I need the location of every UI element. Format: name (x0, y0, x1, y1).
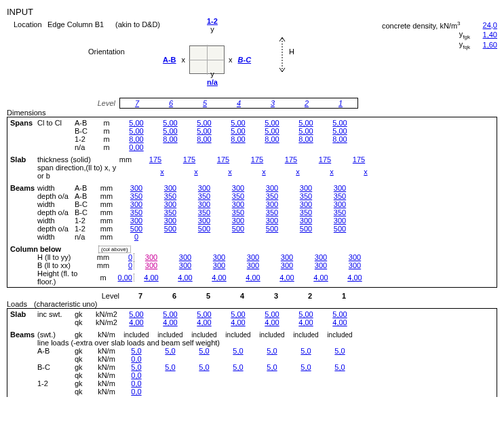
data-cell: 500 (119, 225, 153, 233)
axis-bottom[interactable]: n/a (207, 78, 218, 86)
col-below-title: Column below (10, 245, 75, 253)
data-cell: 0,0 (119, 379, 153, 387)
data-cell: 5,00 (153, 119, 187, 127)
loads-note: (characteristic uno) (34, 300, 98, 308)
data-row: width1-2mm300300300300300300300 (10, 216, 497, 225)
data-cell: 350 (323, 192, 357, 200)
data-row: widthB-Cmm300300300300300300300 (10, 200, 497, 208)
data-cell: included (187, 330, 221, 339)
data-cell: 500 (255, 225, 289, 233)
data-cell: 5,00 (119, 310, 153, 318)
data-cell: 5,00 (119, 127, 153, 135)
data-cell: 500 (323, 225, 357, 233)
data-cell: 5,0 (153, 363, 187, 371)
data-cell: 300 (221, 216, 255, 225)
data-cell: 500 (221, 225, 255, 233)
density-value[interactable]: 24,0 (470, 21, 497, 29)
data-cell: 300 (134, 261, 168, 269)
data-row: SpansCl to ClA-Bm5,005,005,005,005,005,0… (10, 119, 497, 127)
data-cell: x (315, 168, 349, 176)
data-row: qkkN/m0,0 (10, 355, 497, 363)
data-cell: 300 (153, 184, 187, 192)
data-cell: 5,0 (289, 347, 323, 355)
level-header: 1 (324, 99, 357, 107)
level-header: 6 (154, 99, 188, 107)
data-cell: 300 (168, 261, 202, 269)
data-row: qkkN/m24,004,004,004,004,004,004,00 (10, 318, 497, 326)
data-cell: 350 (289, 208, 323, 216)
data-cell: 4,00 (323, 318, 357, 326)
data-cell: 350 (119, 192, 153, 200)
data-cell: 300 (255, 200, 289, 208)
data-cell: 300 (236, 253, 270, 261)
data-cell: 350 (255, 208, 289, 216)
data-cell: 5,00 (187, 310, 221, 318)
data-row: depth o/aA-Bmm350350350350350350350 (10, 192, 497, 200)
axis-left[interactable]: A-B (163, 56, 176, 64)
col-above-note: (col above) (98, 246, 131, 253)
data-cell: 350 (153, 192, 187, 200)
data-cell: 175 (308, 155, 342, 164)
data-cell: 500 (187, 225, 221, 233)
data-cell: 300 (338, 261, 372, 269)
loads-title: Loads (7, 300, 27, 308)
level-header: 5 (191, 292, 225, 300)
data-cell: 5,00 (289, 119, 323, 127)
data-row: depth o/a1-2mm500500500500500500500 (10, 225, 497, 233)
data-cell: 5,0 (255, 363, 289, 371)
yfgk1-value[interactable]: 1,40 (470, 31, 497, 39)
data-cell: 5,00 (153, 127, 187, 135)
data-cell: 350 (119, 208, 153, 216)
data-cell: 5,0 (119, 363, 153, 371)
data-cell: 8,00 (187, 135, 221, 143)
data-cell: 5,00 (255, 119, 289, 127)
data-cell: 4,00 (202, 273, 236, 282)
data-cell: 300 (304, 261, 338, 269)
data-cell: 300 (119, 184, 153, 192)
data-cell: 175 (274, 155, 308, 164)
data-cell: 5,00 (187, 127, 221, 135)
data-cell: 300 (168, 253, 202, 261)
data-row: B-Cm5,005,005,005,005,005,005,00 (10, 127, 497, 135)
data-cell: 350 (187, 208, 221, 216)
data-cell: 300 (153, 216, 187, 225)
yfgk2-value[interactable]: 1,60 (470, 41, 497, 49)
data-cell: x (349, 168, 383, 176)
axis-right[interactable]: B-C (238, 56, 252, 64)
data-cell: 0,0 (119, 355, 153, 363)
level-header: 1 (327, 292, 361, 300)
data-row: depth o/aB-Cmm350350350350350350350 (10, 208, 497, 216)
yfgk1-label: yfgk (382, 30, 470, 40)
data-cell: 4,00 (236, 273, 270, 282)
axis-top[interactable]: 1-2 (207, 17, 218, 25)
data-cell: 500 (153, 225, 187, 233)
level-header: 5 (188, 99, 222, 107)
level-header: 6 (157, 292, 191, 300)
data-row: span direction,(ll to) x, y or bxxxxxxx (10, 164, 497, 180)
data-cell: 8,00 (221, 135, 255, 143)
data-cell: 500 (289, 225, 323, 233)
data-cell: 4,00 (119, 318, 153, 326)
data-cell: 300 (270, 253, 304, 261)
data-row: H (ll to yy)mm0300300300300300300300 (10, 253, 497, 261)
data-cell: 300 (119, 216, 153, 225)
data-cell: 175 (240, 155, 274, 164)
data-cell: 4,00 (338, 273, 372, 282)
data-cell: 300 (255, 216, 289, 225)
data-cell: included (119, 330, 153, 339)
axis-y-top: y (207, 25, 218, 33)
dimensions-title: Dimensions (7, 109, 497, 117)
data-cell: 8,00 (119, 135, 153, 143)
data-cell: 5,00 (323, 127, 357, 135)
data-row: Beams(swt.)gkkN/mincludedincludedinclude… (10, 330, 497, 339)
data-cell: x (145, 168, 179, 176)
data-cell: 5,00 (289, 127, 323, 135)
data-cell: x (281, 168, 315, 176)
data-row: 1-2m8,008,008,008,008,008,008,00 (10, 135, 497, 143)
data-cell: 5,00 (221, 127, 255, 135)
data-cell: 5,00 (323, 310, 357, 318)
data-cell: 4,00 (187, 318, 221, 326)
data-cell: 5,0 (187, 347, 221, 355)
data-cell: 5,0 (255, 347, 289, 355)
data-cell: 300 (153, 200, 187, 208)
